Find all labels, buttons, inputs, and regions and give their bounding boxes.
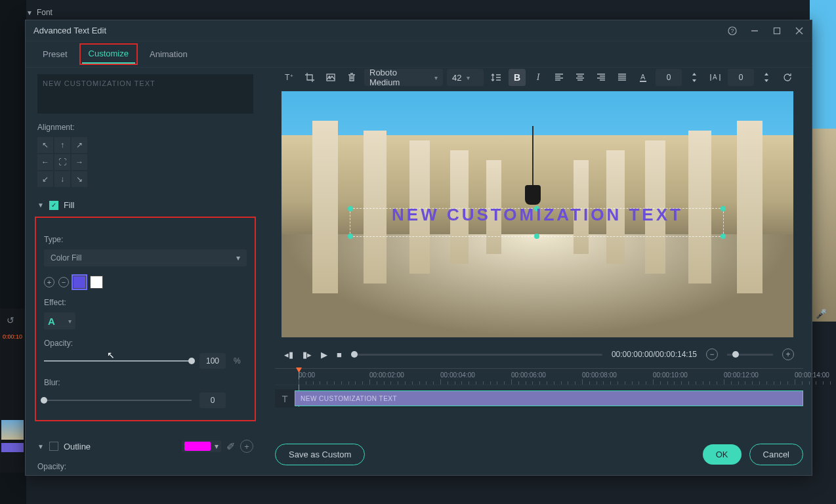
svg-text:+: + [290,73,293,79]
outline-checkbox[interactable] [49,442,58,451]
italic-button[interactable]: I [530,69,547,86]
preview-overlay-text[interactable]: NEW CUSTOMIZATION TEXT [392,204,683,224]
svg-text:T: T [285,73,290,82]
text-clip[interactable]: NEW CUSTOMIZATION TEXT [295,390,803,406]
timeline: 00:0000:00:02:0000:00:04:0000:00:06:0000… [275,368,803,414]
blur-slider[interactable] [44,400,192,401]
bold-button[interactable]: B [509,69,526,86]
align-top-center[interactable]: ↑ [54,137,70,153]
font-family-select[interactable]: Roboto Medium▾ [364,69,443,86]
video-preview[interactable]: NEW CUSTOMIZATION TEXT [282,91,793,337]
align-top-right[interactable]: ↗ [72,137,87,153]
svg-text:A: A [713,74,717,81]
remove-color-button[interactable]: − [58,277,69,287]
zoom-in-button[interactable]: + [782,348,794,360]
scrub-bar[interactable] [351,354,602,356]
callout-fill-settings: Type: Color Fill▾ + − ↖ Effect: A▾ Opaci… [35,217,256,421]
ruler-label: 00:00:06:00 [511,371,546,379]
ruler-label: 00:00:14:00 [795,371,829,379]
cancel-button[interactable]: Cancel [749,444,803,465]
align-bottom-left[interactable]: ↙ [37,171,53,187]
ruler-label: 00:00:02:00 [369,371,404,379]
delete-icon[interactable] [343,69,360,86]
tab-customize[interactable]: Customize [82,45,135,64]
image-icon[interactable] [322,69,339,86]
text-input-preview[interactable]: NEW CUSTOMIZATION TEXT [37,74,253,114]
color-swatch-2[interactable] [90,276,103,289]
alignment-label: Alignment: [37,123,253,132]
dialog-title: Advanced Text Edit [33,26,728,35]
play-button[interactable]: ▶ [321,350,327,360]
add-outline-button[interactable]: + [240,440,253,453]
align-left-icon[interactable] [551,69,568,86]
save-as-custom-button[interactable]: Save as Custom [275,444,365,465]
timecode-display: 00:00:00:00/00:00:14:15 [612,350,697,359]
fill-section-header[interactable]: ▼ ✓ Fill [37,200,253,210]
align-bottom-right[interactable]: ↘ [72,171,87,187]
ruler-label: 00:00:08:00 [582,371,617,379]
letter-spacing-value[interactable]: 0 [656,69,682,86]
bg-clip-strip [1,443,24,452]
chevron-down-icon: ▼ [37,443,44,450]
eyedropper-icon[interactable]: ✐ [226,440,235,453]
mic-icon[interactable]: 🎤 [816,308,827,319]
outline-color-swatch [184,442,211,451]
ok-button[interactable]: OK [703,444,742,465]
align-middle-center[interactable]: ⛶ [54,154,70,170]
svg-rect-3 [774,28,780,33]
align-right-icon[interactable] [593,69,610,86]
fill-type-select[interactable]: Color Fill▾ [44,249,247,266]
color-swatch-1[interactable] [73,276,86,289]
bg-thumbnail [1,420,24,440]
ruler-label: 00:00:04:00 [440,371,475,379]
align-top-left[interactable]: ↖ [37,137,53,153]
tab-preset[interactable]: Preset [36,45,74,63]
timeline-ruler[interactable]: 00:0000:00:02:0000:00:04:0000:00:06:0000… [275,368,803,385]
maximize-button[interactable] [772,26,782,35]
opacity-slider[interactable] [44,360,192,362]
align-center-icon[interactable] [572,69,589,86]
line-height-icon[interactable] [488,69,505,86]
opacity-value[interactable]: 100 [199,353,226,369]
tab-animation[interactable]: Animation [143,45,194,63]
ruler-label: 00:00:10:00 [653,371,688,379]
add-color-button[interactable]: + [44,277,54,287]
add-text-icon[interactable]: T+ [280,69,297,86]
callout-customize-tab: Customize [79,43,138,65]
outline-section-header[interactable]: ▼ Outline ▾ ✐ + [37,440,253,453]
fill-checkbox[interactable]: ✓ [49,201,58,210]
font-size-select[interactable]: 42▾ [447,69,484,86]
next-frame-button[interactable]: ▮▸ [303,350,312,360]
char-spacing-value[interactable]: 0 [728,69,754,86]
spacing2-stepper-icon[interactable] [758,69,775,86]
outline-color-select[interactable]: ▾ [182,440,221,452]
text-color-icon[interactable]: A [635,69,652,86]
svg-text:A: A [640,73,646,81]
close-button[interactable] [795,26,804,35]
alignment-grid: ↖ ↑ ↗ ← ⛶ → ↙ ↓ ↘ [37,137,253,187]
crop-icon[interactable] [301,69,318,86]
align-middle-right[interactable]: → [72,154,87,170]
align-justify-icon[interactable] [614,69,631,86]
opacity-unit: % [234,356,247,366]
minimize-button[interactable] [750,26,759,35]
bg-preview-strip [810,0,836,322]
blur-value[interactable]: 0 [199,392,226,408]
zoom-slider[interactable] [727,354,773,356]
align-middle-left[interactable]: ← [37,154,53,170]
spacing-stepper-icon[interactable] [686,69,703,86]
prev-frame-button[interactable]: ◂▮ [284,350,293,360]
zoom-out-button[interactable]: − [706,348,718,360]
chevron-down-icon: ▼ [37,201,44,209]
fill-label: Fill [64,200,75,210]
stop-button[interactable]: ■ [337,350,342,360]
ruler-label: 00:00:12:00 [724,371,759,379]
help-icon[interactable]: ? [728,26,737,35]
history-icon[interactable]: ↺ [7,315,14,326]
svg-rect-11 [640,81,646,82]
char-spacing-icon[interactable]: A [707,69,724,86]
effect-select[interactable]: A▾ [44,312,75,329]
reset-icon[interactable] [779,69,796,86]
align-bottom-center[interactable]: ↓ [54,171,70,187]
outline-opacity-label: Opacity: [37,462,253,471]
